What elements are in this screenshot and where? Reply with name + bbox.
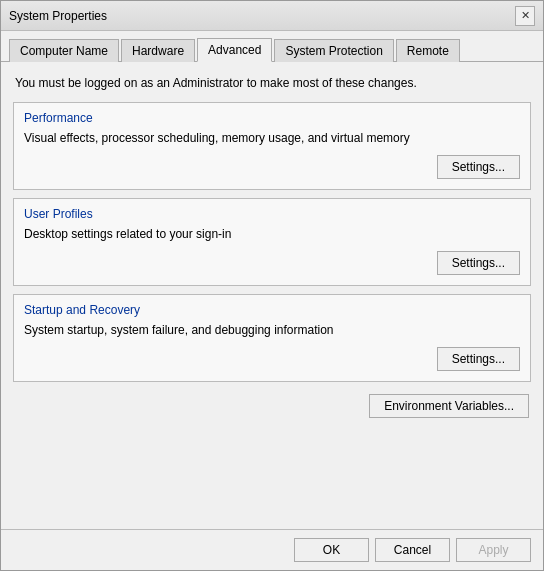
apply-button[interactable]: Apply <box>456 538 531 562</box>
system-properties-window: System Properties ✕ Computer Name Hardwa… <box>0 0 544 571</box>
performance-desc: Visual effects, processor scheduling, me… <box>24 131 520 145</box>
tab-content: You must be logged on as an Administrato… <box>1 62 543 529</box>
startup-recovery-settings-button[interactable]: Settings... <box>437 347 520 371</box>
window-title: System Properties <box>9 9 107 23</box>
tab-remote[interactable]: Remote <box>396 39 460 62</box>
environment-variables-button[interactable]: Environment Variables... <box>369 394 529 418</box>
user-profiles-section: User Profiles Desktop settings related t… <box>13 198 531 286</box>
footer: OK Cancel Apply <box>1 529 543 570</box>
startup-recovery-desc: System startup, system failure, and debu… <box>24 323 520 337</box>
user-profiles-btn-row: Settings... <box>24 251 520 275</box>
performance-label: Performance <box>24 111 520 125</box>
tab-hardware[interactable]: Hardware <box>121 39 195 62</box>
env-variables-row: Environment Variables... <box>13 394 531 418</box>
close-button[interactable]: ✕ <box>515 6 535 26</box>
performance-settings-button[interactable]: Settings... <box>437 155 520 179</box>
performance-btn-row: Settings... <box>24 155 520 179</box>
cancel-button[interactable]: Cancel <box>375 538 450 562</box>
user-profiles-settings-button[interactable]: Settings... <box>437 251 520 275</box>
performance-section: Performance Visual effects, processor sc… <box>13 102 531 190</box>
close-icon: ✕ <box>521 9 530 22</box>
user-profiles-desc: Desktop settings related to your sign-in <box>24 227 520 241</box>
title-bar: System Properties ✕ <box>1 1 543 31</box>
startup-recovery-btn-row: Settings... <box>24 347 520 371</box>
startup-recovery-label: Startup and Recovery <box>24 303 520 317</box>
startup-recovery-section: Startup and Recovery System startup, sys… <box>13 294 531 382</box>
user-profiles-label: User Profiles <box>24 207 520 221</box>
ok-button[interactable]: OK <box>294 538 369 562</box>
tab-computer-name[interactable]: Computer Name <box>9 39 119 62</box>
admin-info-text: You must be logged on as an Administrato… <box>13 72 531 94</box>
tabs-bar: Computer Name Hardware Advanced System P… <box>1 31 543 62</box>
tab-advanced[interactable]: Advanced <box>197 38 272 62</box>
tab-system-protection[interactable]: System Protection <box>274 39 393 62</box>
